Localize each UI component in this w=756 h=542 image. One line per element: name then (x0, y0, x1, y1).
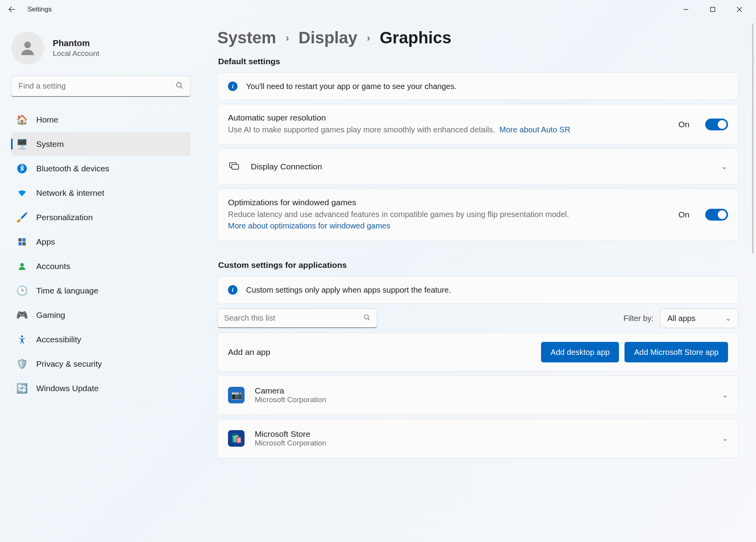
minimize-icon (683, 7, 689, 12)
section-title-custom: Custom settings for applications (218, 260, 739, 270)
accounts-icon (17, 261, 28, 272)
home-icon: 🏠 (17, 114, 28, 125)
sidebar-item-accessibility[interactable]: Accessibility (11, 328, 191, 351)
app-row-store[interactable]: 🛍️ Microsoft Store Microsoft Corporation… (217, 419, 739, 458)
apps-icon (17, 236, 28, 247)
svg-rect-8 (19, 242, 22, 245)
sidebar-item-time[interactable]: 🕒 Time & language (11, 279, 191, 303)
setting-windowed-opt: Optimizations for windowed games Reduce … (217, 189, 739, 241)
filter-row: Filter by: All apps ⌄ (217, 308, 739, 328)
app-name: Camera (255, 386, 712, 395)
sidebar-item-gaming[interactable]: 🎮 Gaming (11, 303, 191, 327)
filter-dropdown[interactable]: All apps ⌄ (660, 308, 739, 328)
search-icon (176, 82, 183, 91)
update-icon: 🔄 (17, 383, 28, 394)
maximize-button[interactable] (699, 1, 726, 18)
display-connection-icon (229, 161, 240, 173)
app-search-input[interactable] (224, 314, 363, 323)
toggle-auto-sr[interactable] (705, 119, 728, 130)
shield-icon: 🛡️ (17, 358, 28, 369)
filter-label: Filter by: (623, 314, 654, 323)
svg-line-4 (181, 87, 183, 89)
sidebar-item-privacy[interactable]: 🛡️ Privacy & security (11, 352, 191, 376)
sidebar-item-apps[interactable]: Apps (11, 230, 191, 254)
svg-point-3 (177, 83, 182, 87)
system-icon: 🖥️ (17, 139, 28, 150)
svg-rect-6 (19, 238, 22, 241)
info-text: Custom settings only apply when apps sup… (246, 286, 451, 295)
info-banner-custom: i Custom settings only apply when apps s… (217, 276, 739, 304)
sidebar-item-network[interactable]: Network & internet (11, 181, 191, 205)
nav-label: Accessibility (36, 335, 81, 344)
svg-line-15 (368, 318, 370, 320)
setting-auto-sr: Automatic super resolution Use AI to mak… (217, 104, 739, 145)
nav-label: System (36, 139, 64, 149)
nav-label: Personalization (36, 213, 93, 222)
store-app-icon: 🛍️ (228, 430, 245, 447)
dropdown-value: All apps (667, 314, 695, 323)
setting-subtitle: Use AI to make supported games play more… (228, 124, 668, 136)
gamepad-icon: 🎮 (17, 310, 28, 321)
settings-search[interactable] (11, 76, 191, 97)
link-windowed-opt[interactable]: More about optimizations for windowed ga… (228, 221, 390, 230)
profile-name: Phantom (53, 38, 99, 48)
setting-subtitle: Reduce latency and use advanced features… (228, 209, 668, 232)
info-banner-restart: i You'll need to restart your app or gam… (217, 72, 739, 100)
chevron-down-icon: ⌄ (722, 391, 728, 399)
crumb-system[interactable]: System (217, 28, 276, 47)
svg-rect-13 (232, 165, 239, 169)
person-icon (18, 39, 37, 58)
sidebar-item-system[interactable]: 🖥️ System (11, 132, 191, 156)
sidebar-item-personalization[interactable]: 🖌️ Personalization (11, 206, 191, 229)
search-input[interactable] (11, 76, 191, 97)
info-icon: i (228, 285, 237, 295)
nav-label: Time & language (36, 286, 98, 295)
back-button[interactable] (3, 1, 20, 18)
account-profile[interactable]: Phantom Local Account (11, 32, 191, 65)
profile-subtitle: Local Account (53, 49, 99, 58)
add-store-app-button[interactable]: Add Microsoft Store app (624, 342, 728, 362)
setting-title: Automatic super resolution (228, 113, 668, 123)
bluetooth-icon (17, 163, 28, 174)
arrow-left-icon (7, 5, 16, 14)
svg-rect-7 (22, 238, 26, 241)
breadcrumb: System › Display › Graphics (217, 28, 739, 47)
app-list-search[interactable] (217, 308, 377, 328)
sidebar-item-home[interactable]: 🏠 Home (11, 108, 191, 132)
close-icon (737, 7, 742, 12)
app-vendor: Microsoft Corporation (255, 439, 712, 447)
clock-icon: 🕒 (17, 285, 28, 296)
toggle-windowed-opt[interactable] (705, 209, 728, 221)
sidebar: Phantom Local Account 🏠 Home 🖥️ System (0, 19, 202, 542)
crumb-graphics: Graphics (380, 28, 451, 47)
window-controls (673, 1, 753, 18)
maximize-icon (710, 7, 715, 12)
info-icon: i (228, 82, 237, 91)
svg-rect-9 (22, 242, 26, 245)
svg-rect-1 (711, 7, 715, 12)
setting-display-connection[interactable]: Display Connection ⌄ (217, 148, 739, 185)
sidebar-item-bluetooth[interactable]: Bluetooth & devices (11, 157, 191, 180)
add-desktop-app-button[interactable]: Add desktop app (541, 342, 619, 362)
close-button[interactable] (726, 1, 753, 18)
setting-title: Display Connection (251, 162, 710, 171)
nav-label: Apps (36, 237, 55, 247)
nav-label: Network & internet (36, 188, 104, 198)
sidebar-item-update[interactable]: 🔄 Windows Update (11, 377, 191, 400)
svg-point-14 (364, 315, 369, 319)
chevron-down-icon: ⌄ (721, 162, 727, 171)
app-vendor: Microsoft Corporation (255, 395, 712, 404)
brush-icon: 🖌️ (17, 212, 28, 223)
nav-label: Gaming (36, 310, 65, 320)
minimize-button[interactable] (673, 1, 699, 18)
avatar (11, 32, 44, 65)
toggle-state: On (678, 120, 689, 129)
scrollbar[interactable] (752, 24, 754, 254)
add-app-row: Add an app Add desktop app Add Microsoft… (217, 333, 739, 371)
search-icon (363, 314, 371, 323)
link-auto-sr[interactable]: More about Auto SR (499, 125, 570, 134)
svg-point-11 (21, 336, 23, 338)
sidebar-item-accounts[interactable]: Accounts (11, 254, 191, 278)
crumb-display[interactable]: Display (298, 28, 357, 47)
app-row-camera[interactable]: 📷 Camera Microsoft Corporation ⌄ (217, 375, 739, 415)
